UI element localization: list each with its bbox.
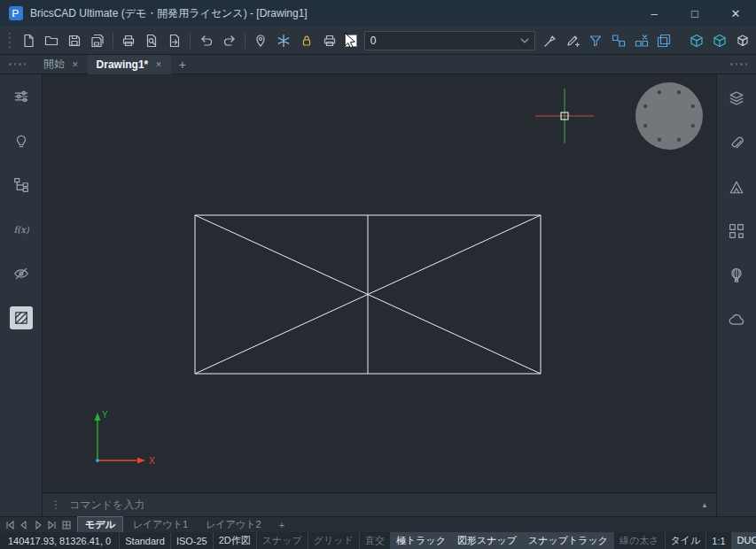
status-ortho-toggle[interactable]: 直交 [359, 532, 390, 549]
edit-entity-button[interactable] [562, 29, 584, 52]
status-grid-toggle[interactable]: グリッド [308, 532, 359, 549]
fx-icon: f(x) [13, 221, 29, 237]
tabbar-right-grip[interactable] [730, 63, 747, 66]
redo-button[interactable] [218, 29, 240, 52]
drawing-tools-panel-button[interactable] [725, 175, 748, 198]
layers-panel-button[interactable] [725, 87, 748, 110]
publish-button[interactable] [164, 29, 186, 52]
view-compass[interactable] [635, 82, 703, 150]
status-ducs-toggle[interactable]: DUCSダイナミック [731, 532, 756, 549]
new-drawing-button[interactable] [18, 29, 40, 52]
save-as-button[interactable] [86, 29, 108, 52]
selection-filter-button[interactable] [585, 29, 607, 52]
status-snap-toggle[interactable]: スナップ [256, 532, 308, 549]
fields-button[interactable]: f(x) [10, 218, 33, 241]
status-tile-toggle[interactable]: タイル [665, 532, 706, 549]
grid-squares-icon [729, 223, 744, 239]
freeze-layer-button[interactable] [273, 29, 295, 52]
layout-nav [0, 519, 76, 531]
funnel-icon [588, 34, 603, 48]
pencil-plus-icon [565, 34, 580, 48]
close-tab-icon[interactable]: ✕ [72, 60, 79, 69]
view-orbit-button[interactable] [731, 29, 753, 52]
tab-model[interactable]: モデル [77, 516, 123, 533]
match-properties-button[interactable] [539, 29, 561, 52]
next-layout-button[interactable] [32, 519, 44, 531]
hatch-window-icon [13, 310, 29, 326]
status-standard[interactable]: Standard [119, 532, 170, 549]
printer-icon [323, 34, 337, 48]
toolbar-grip[interactable] [6, 33, 13, 49]
save-button[interactable] [64, 29, 86, 52]
tab-start-label: 開始 [43, 57, 65, 72]
layer-dropdown[interactable]: 0 [364, 31, 535, 50]
status-workspace[interactable]: 2D作図 [213, 532, 256, 549]
last-layout-button[interactable] [46, 519, 58, 531]
components-panel-button[interactable] [725, 220, 748, 243]
copy-entities-button[interactable] [653, 29, 675, 52]
hierarchy-icon [13, 177, 29, 193]
toolbar-separator [190, 33, 191, 49]
close-tab-icon[interactable]: ✕ [155, 60, 162, 69]
status-snaptrack-toggle[interactable]: スナップトラック [522, 532, 613, 549]
undo-button[interactable] [195, 29, 217, 52]
window-controls: – □ ✕ [634, 0, 756, 27]
add-layout-button[interactable]: + [271, 518, 292, 532]
detach-entities-button[interactable] [630, 29, 652, 52]
undo-arrow-icon [199, 34, 214, 48]
maximize-button[interactable]: □ [674, 0, 715, 27]
status-polar-toggle[interactable]: 極トラック [390, 532, 451, 549]
layers-icon [729, 90, 744, 106]
tab-start[interactable]: 開始 ✕ [35, 55, 88, 74]
render-panel-button[interactable] [10, 306, 33, 329]
tab-drawing1[interactable]: Drawing1* ✕ [88, 55, 171, 74]
attachments-panel-button[interactable] [725, 131, 748, 154]
new-tab-button[interactable]: + [171, 58, 194, 72]
status-dimstyle[interactable]: ISO-25 [170, 532, 213, 549]
tab-layout2[interactable]: レイアウト2 [198, 516, 269, 533]
view-wireframe-button[interactable] [686, 29, 708, 52]
open-drawing-button[interactable] [41, 29, 63, 52]
svg-text:Y: Y [102, 410, 108, 420]
first-layout-button[interactable] [4, 519, 16, 531]
prev-layout-button[interactable] [18, 519, 30, 531]
command-prompt-text[interactable]: コマンドを入力 [69, 498, 144, 513]
tab-layout1[interactable]: レイアウト1 [125, 516, 196, 533]
squares-x-icon [635, 34, 649, 48]
collapse-arrow-icon[interactable]: ▲ [701, 501, 708, 509]
tips-button[interactable] [10, 129, 33, 152]
linked-squares-icon [612, 34, 626, 48]
command-bar[interactable]: ⋮ コマンドを入力 ▲ [43, 492, 716, 516]
set-layer-button[interactable] [250, 29, 272, 52]
drawing-entities[interactable] [195, 215, 541, 374]
link-entities-button[interactable] [607, 29, 629, 52]
status-esnap-toggle[interactable]: 図形スナップ [451, 532, 522, 549]
titlebar: BricsCAD Ultimate (デモ・開発用ライセンス) - [Drawi… [0, 0, 756, 27]
toolbar-separator [113, 33, 113, 49]
new-drawing-icon [21, 34, 35, 48]
cloud-panel-button[interactable] [725, 308, 748, 331]
drawing-canvas[interactable]: YX [43, 74, 716, 492]
tabbar-grip[interactable] [9, 63, 26, 66]
current-color-swatch[interactable] [345, 35, 357, 47]
view-shaded-button[interactable] [709, 29, 731, 52]
print-preview-button[interactable] [141, 29, 163, 52]
plot-button[interactable] [118, 29, 140, 52]
close-button[interactable]: ✕ [715, 0, 756, 27]
settings-sliders-button[interactable] [10, 85, 33, 108]
printer-icon [121, 34, 136, 48]
assistant-panel-button[interactable] [725, 264, 748, 287]
lock-icon [300, 34, 314, 48]
plot-layer-button[interactable] [318, 29, 340, 52]
drawing-canvas-svg[interactable]: YX [43, 74, 716, 492]
stacked-squares-icon [657, 34, 671, 48]
status-lineweight-toggle[interactable]: 線の太さ [613, 532, 665, 549]
hide-entities-button[interactable] [10, 262, 33, 285]
structure-panel-button[interactable] [10, 174, 33, 197]
toolbar-separator [245, 33, 246, 49]
status-annoscale[interactable]: 1:1 [705, 532, 730, 549]
status-bar: 140417.93, 81326.41, 0 Standard ISO-25 2… [0, 532, 756, 549]
minimize-button[interactable]: – [634, 0, 674, 27]
lock-layer-button[interactable] [295, 29, 317, 52]
layout-list-button[interactable] [60, 519, 73, 531]
